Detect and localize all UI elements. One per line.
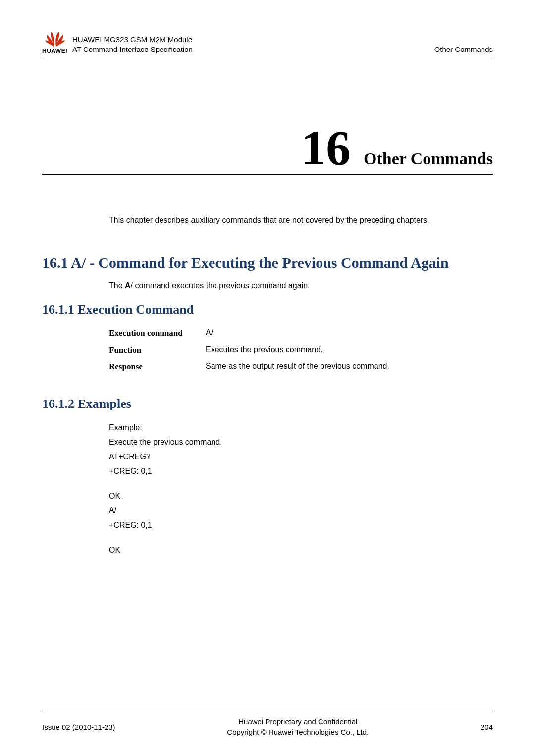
row-label: Execution command [109,328,206,338]
row-label: Function [109,345,206,355]
chapter-title: Other Commands [364,150,493,168]
execution-command-table: Execution command A/ Function Executes t… [109,328,493,372]
header-section-label: Other Commands [434,45,493,54]
footer-center: Huawei Proprietary and Confidential Copy… [115,716,481,737]
desc-suffix: / command executes the previous command … [131,281,310,290]
row-label: Response [109,362,206,372]
table-row: Function Executes the previous command. [109,345,493,355]
section-16-1-desc: The A/ command executes the previous com… [109,281,493,290]
desc-bold: A [125,281,131,290]
logo-text: HUAWEI [42,48,67,54]
page-footer: Issue 02 (2010-11-23) Huawei Proprietary… [42,711,493,737]
table-row: Execution command A/ [109,328,493,338]
row-value: A/ [206,328,213,338]
example-line: A/ [109,503,493,518]
huawei-petal-icon [44,30,66,48]
example-line: AT+CREG? [109,450,493,464]
header-title-line2: AT Command Interface Specification [72,45,434,54]
section-16-1-1-heading: 16.1.1 Execution Command [42,302,493,317]
examples-block: Example: Execute the previous command. A… [109,420,493,557]
row-value: Executes the previous command. [206,345,323,355]
example-line: +CREG: 0,1 [109,464,493,479]
example-line: OK [109,489,493,504]
example-line: Example: [109,420,493,435]
example-line: +CREG: 0,1 [109,518,493,533]
page-header: HUAWEI HUAWEI MG323 GSM M2M Module AT Co… [42,30,493,56]
example-line: OK [109,543,493,557]
brand-logo: HUAWEI [42,30,67,54]
chapter-number: 16 [301,123,351,173]
footer-issue: Issue 02 (2010-11-23) [42,723,115,731]
chapter-intro: This chapter describes auxiliary command… [109,214,493,226]
table-row: Response Same as the output result of th… [109,362,493,372]
row-value: Same as the output result of the previou… [206,362,389,372]
section-16-1-2-heading: 16.1.2 Examples [42,397,493,411]
header-title-line1: HUAWEI MG323 GSM M2M Module [72,35,434,45]
footer-confidential: Huawei Proprietary and Confidential [115,716,481,727]
example-blank [109,533,493,543]
chapter-heading: 16 Other Commands [42,123,493,175]
desc-prefix: The [109,281,125,290]
header-titles: HUAWEI MG323 GSM M2M Module AT Command I… [72,35,434,55]
example-line: Execute the previous command. [109,435,493,450]
section-16-1-heading: 16.1 A/ - Command for Executing the Prev… [42,253,493,272]
example-blank [109,479,493,489]
page-number: 204 [481,723,493,731]
footer-copyright: Copyright © Huawei Technologies Co., Ltd… [115,727,481,737]
